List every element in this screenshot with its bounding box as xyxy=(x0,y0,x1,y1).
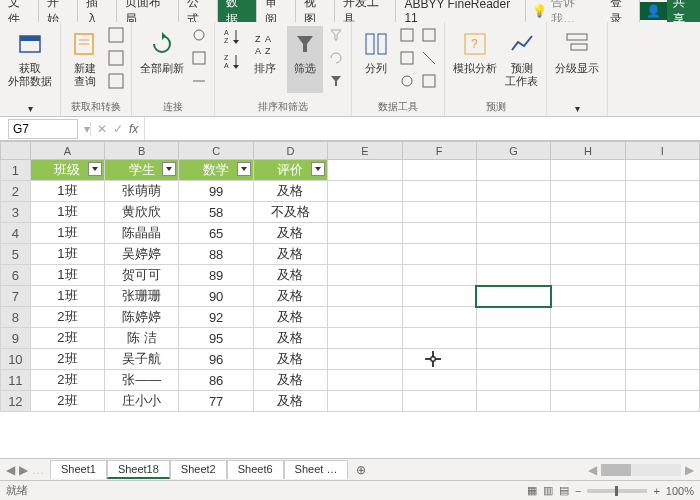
sort-az-button[interactable]: AZ xyxy=(221,26,243,49)
user-icon[interactable]: 👤 xyxy=(640,2,667,20)
cell[interactable] xyxy=(476,265,550,286)
sheet-tab-Sheet6[interactable]: Sheet6 xyxy=(227,460,284,479)
cell[interactable]: 及格 xyxy=(253,307,327,328)
cell[interactable]: 及格 xyxy=(253,370,327,391)
cell[interactable]: 黄欣欣 xyxy=(105,202,179,223)
cell[interactable]: 陈婷婷 xyxy=(105,307,179,328)
sheet-tab-Sheet18[interactable]: Sheet18 xyxy=(107,460,170,479)
cell[interactable]: 58 xyxy=(179,202,253,223)
new-sheet-button[interactable]: ⊕ xyxy=(348,463,374,477)
zoom-level[interactable]: 100% xyxy=(666,485,694,497)
cell[interactable] xyxy=(476,244,550,265)
cell[interactable] xyxy=(551,160,625,181)
cell[interactable]: 1班 xyxy=(30,244,104,265)
zoom-in-button[interactable]: + xyxy=(653,485,659,497)
worksheet[interactable]: ABCDEFGHI1班级学生数学评价21班张萌萌99及格31班黄欣欣58不及格4… xyxy=(0,141,700,458)
cell[interactable] xyxy=(402,307,476,328)
col-header-H[interactable]: H xyxy=(551,142,625,160)
sheet-tab-Sheet1[interactable]: Sheet1 xyxy=(50,460,107,479)
zoom-slider[interactable] xyxy=(587,489,647,493)
cell[interactable]: 吴婷婷 xyxy=(105,244,179,265)
cell[interactable] xyxy=(551,370,625,391)
cell[interactable]: 及格 xyxy=(253,391,327,412)
cell[interactable] xyxy=(328,181,402,202)
cell[interactable]: 及格 xyxy=(253,349,327,370)
cell[interactable] xyxy=(328,286,402,307)
col-header-D[interactable]: D xyxy=(253,142,327,160)
cell[interactable]: 及格 xyxy=(253,286,327,307)
row-header-2[interactable]: 2 xyxy=(1,181,31,202)
cell[interactable] xyxy=(402,244,476,265)
menu-tab-数据[interactable]: 数据 xyxy=(218,0,257,22)
cell[interactable] xyxy=(476,223,550,244)
show-queries-button[interactable] xyxy=(107,26,125,47)
recent-sources-button[interactable] xyxy=(107,72,125,93)
cell[interactable] xyxy=(402,223,476,244)
cell[interactable] xyxy=(551,223,625,244)
cell[interactable] xyxy=(551,328,625,349)
cell[interactable]: 77 xyxy=(179,391,253,412)
row-header-8[interactable]: 8 xyxy=(1,307,31,328)
cell[interactable] xyxy=(625,160,699,181)
col-header-B[interactable]: B xyxy=(105,142,179,160)
filter-button[interactable]: 筛选 xyxy=(287,26,323,93)
menu-tab-开发工具[interactable]: 开发工具 xyxy=(335,0,396,22)
cell[interactable]: 评价 xyxy=(253,160,327,181)
row-header-9[interactable]: 9 xyxy=(1,328,31,349)
cell[interactable] xyxy=(625,307,699,328)
cell[interactable]: 张—— xyxy=(105,370,179,391)
cell[interactable] xyxy=(402,370,476,391)
cell[interactable] xyxy=(328,307,402,328)
cell[interactable] xyxy=(402,181,476,202)
cell[interactable]: 96 xyxy=(179,349,253,370)
row-header-10[interactable]: 10 xyxy=(1,349,31,370)
cell[interactable]: 数学 xyxy=(179,160,253,181)
cell[interactable] xyxy=(328,202,402,223)
sheet-tab-Sheet …[interactable]: Sheet … xyxy=(284,460,349,479)
cell[interactable]: 张萌萌 xyxy=(105,181,179,202)
cell[interactable] xyxy=(328,265,402,286)
connections-button[interactable] xyxy=(190,26,208,47)
cell[interactable]: 86 xyxy=(179,370,253,391)
row-header-7[interactable]: 7 xyxy=(1,286,31,307)
reapply-button[interactable] xyxy=(327,49,345,70)
cell[interactable]: 张珊珊 xyxy=(105,286,179,307)
filter-dropdown-icon[interactable] xyxy=(237,162,251,176)
row-header-6[interactable]: 6 xyxy=(1,265,31,286)
cell[interactable] xyxy=(402,160,476,181)
edit-links-button[interactable] xyxy=(190,72,208,93)
cell[interactable] xyxy=(402,265,476,286)
cell[interactable] xyxy=(476,181,550,202)
cell[interactable] xyxy=(625,370,699,391)
cell[interactable]: 2班 xyxy=(30,328,104,349)
col-header-G[interactable]: G xyxy=(476,142,550,160)
cell[interactable]: 及格 xyxy=(253,181,327,202)
forecast-button[interactable]: 预测 工作表 xyxy=(503,26,540,90)
filter-dropdown-icon[interactable] xyxy=(311,162,325,176)
col-header-I[interactable]: I xyxy=(625,142,699,160)
cell[interactable] xyxy=(328,370,402,391)
cell[interactable] xyxy=(402,202,476,223)
menu-tab-ABBYY FineReader 11[interactable]: ABBYY FineReader 11 xyxy=(396,0,526,22)
cell[interactable]: 2班 xyxy=(30,370,104,391)
zoom-out-button[interactable]: − xyxy=(575,485,581,497)
refresh-all-button[interactable]: 全部刷新 xyxy=(138,26,186,93)
cell[interactable]: 贺可可 xyxy=(105,265,179,286)
cell[interactable]: 陈 洁 xyxy=(105,328,179,349)
cell[interactable] xyxy=(328,223,402,244)
cell[interactable] xyxy=(551,265,625,286)
col-header-C[interactable]: C xyxy=(179,142,253,160)
cell[interactable] xyxy=(625,202,699,223)
cell[interactable]: 庄小小 xyxy=(105,391,179,412)
cell[interactable]: 陈晶晶 xyxy=(105,223,179,244)
cell[interactable]: 及格 xyxy=(253,265,327,286)
cell[interactable]: 不及格 xyxy=(253,202,327,223)
cell[interactable] xyxy=(625,244,699,265)
cancel-icon[interactable]: ✕ xyxy=(97,122,107,136)
cell[interactable]: 学生 xyxy=(105,160,179,181)
cell[interactable] xyxy=(476,328,550,349)
row-header-4[interactable]: 4 xyxy=(1,223,31,244)
clear-filter-button[interactable] xyxy=(327,26,345,47)
cell[interactable] xyxy=(551,244,625,265)
cell[interactable] xyxy=(328,244,402,265)
